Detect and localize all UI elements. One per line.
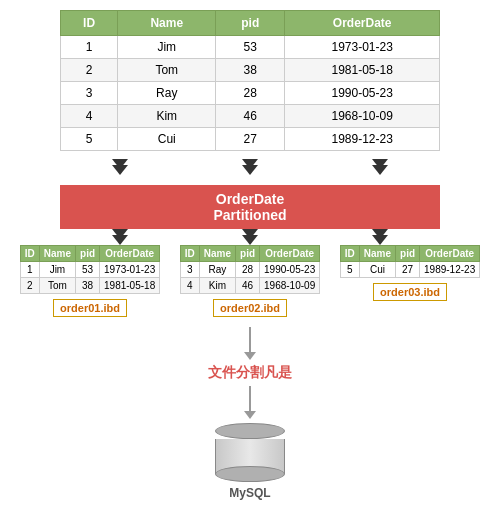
sub-col-header: OrderDate — [420, 246, 480, 262]
sub-cell: 1973-01-23 — [100, 262, 160, 278]
table-row: 2Tom381981-05-18 — [61, 59, 440, 82]
cyl-bottom — [215, 466, 285, 482]
sub-cell: 3 — [180, 262, 199, 278]
sub-tables-row: IDNamepidOrderDate1Jim531973-01-232Tom38… — [10, 245, 490, 317]
col-header-orderdate: OrderDate — [285, 11, 440, 36]
sub-col-header: ID — [20, 246, 39, 262]
sub-cell: Tom — [39, 278, 75, 294]
sub-table-row: 1Jim531973-01-23 — [20, 262, 159, 278]
sub-col-header: OrderDate — [260, 246, 320, 262]
cell-pid: 46 — [216, 105, 285, 128]
sub-cell: 46 — [236, 278, 260, 294]
sub-col-header: Name — [359, 246, 395, 262]
col-header-name: Name — [118, 11, 216, 36]
cell-id: 4 — [61, 105, 118, 128]
cell-name: Kim — [118, 105, 216, 128]
sub-cell: Cui — [359, 262, 395, 278]
cell-id: 5 — [61, 128, 118, 151]
cell-orderDate: 1973-01-23 — [285, 36, 440, 59]
cell-id: 2 — [61, 59, 118, 82]
sub-table-row: 2Tom381981-05-18 — [20, 278, 159, 294]
file-label-1: order02.ibd — [213, 299, 287, 317]
arrow-left — [112, 159, 128, 175]
sub-col-header: Name — [39, 246, 75, 262]
sub-cell: Ray — [199, 262, 235, 278]
cell-name: Tom — [118, 59, 216, 82]
sub-table-row: 5Cui271989-12-23 — [340, 262, 479, 278]
sub-table-container-1: IDNamepidOrderDate3Ray281990-05-234Kim46… — [180, 245, 320, 317]
cell-pid: 27 — [216, 128, 285, 151]
sub-cell: 4 — [180, 278, 199, 294]
sub-table-row: 4Kim461968-10-09 — [180, 278, 319, 294]
sub-table-2: IDNamepidOrderDate5Cui271989-12-23 — [340, 245, 480, 278]
cell-id: 1 — [61, 36, 118, 59]
arrow-right — [372, 159, 388, 175]
cell-name: Cui — [118, 128, 216, 151]
chinese-label: 文件分割凡是 — [208, 364, 292, 382]
sub-cell: 1 — [20, 262, 39, 278]
cell-orderDate: 1989-12-23 — [285, 128, 440, 151]
cell-pid: 53 — [216, 36, 285, 59]
cell-orderDate: 1990-05-23 — [285, 82, 440, 105]
partition-banner: OrderDatePartitioned — [60, 185, 440, 229]
sub-cell: 5 — [340, 262, 359, 278]
sub-cell: 1981-05-18 — [100, 278, 160, 294]
sub-table-container-0: IDNamepidOrderDate1Jim531973-01-232Tom38… — [20, 245, 160, 317]
sub-table-0: IDNamepidOrderDate1Jim531973-01-232Tom38… — [20, 245, 160, 294]
cyl-top — [215, 423, 285, 439]
mysql-cylinder: MySQL — [215, 423, 285, 500]
sub-col-header: OrderDate — [100, 246, 160, 262]
arrow-down-center — [242, 229, 258, 245]
cell-name: Jim — [118, 36, 216, 59]
sub-col-header: pid — [396, 246, 420, 262]
sub-table-row: 3Ray281990-05-23 — [180, 262, 319, 278]
col-header-id: ID — [61, 11, 118, 36]
table-row: 1Jim531973-01-23 — [61, 36, 440, 59]
cell-pid: 38 — [216, 59, 285, 82]
file-label-2: order03.ibd — [373, 283, 447, 301]
sub-cell: 1968-10-09 — [260, 278, 320, 294]
sub-table-1: IDNamepidOrderDate3Ray281990-05-234Kim46… — [180, 245, 320, 294]
bottom-section: 文件分割凡是 MySQL — [0, 327, 500, 500]
sub-cell: 2 — [20, 278, 39, 294]
table-row: 5Cui271989-12-23 — [61, 128, 440, 151]
col-header-pid: pid — [216, 11, 285, 36]
sub-table-container-2: IDNamepidOrderDate5Cui271989-12-23order0… — [340, 245, 480, 301]
sub-col-header: Name — [199, 246, 235, 262]
sub-cell: 38 — [76, 278, 100, 294]
sub-cell: 1989-12-23 — [420, 262, 480, 278]
table-row: 4Kim461968-10-09 — [61, 105, 440, 128]
arrow-down-left — [112, 229, 128, 245]
bottom-arrow2 — [244, 386, 256, 419]
sub-col-header: ID — [180, 246, 199, 262]
cell-id: 3 — [61, 82, 118, 105]
main-table: ID Name pid OrderDate 1Jim531973-01-232T… — [60, 10, 440, 151]
sub-cell: 28 — [236, 262, 260, 278]
arrow-center — [242, 159, 258, 175]
bottom-arrow — [244, 327, 256, 360]
sub-col-header: pid — [76, 246, 100, 262]
sub-cell: 53 — [76, 262, 100, 278]
sub-cell: Kim — [199, 278, 235, 294]
cell-name: Ray — [118, 82, 216, 105]
cell-pid: 28 — [216, 82, 285, 105]
sub-cell: 1990-05-23 — [260, 262, 320, 278]
sub-col-header: pid — [236, 246, 260, 262]
mysql-label: MySQL — [229, 486, 270, 500]
sub-cell: 27 — [396, 262, 420, 278]
file-label-0: order01.ibd — [53, 299, 127, 317]
cell-orderDate: 1981-05-18 — [285, 59, 440, 82]
main-table-container: ID Name pid OrderDate 1Jim531973-01-232T… — [60, 10, 440, 151]
sub-col-header: ID — [340, 246, 359, 262]
sub-cell: Jim — [39, 262, 75, 278]
table-row: 3Ray281990-05-23 — [61, 82, 440, 105]
arrow-down-right — [372, 229, 388, 245]
cell-orderDate: 1968-10-09 — [285, 105, 440, 128]
